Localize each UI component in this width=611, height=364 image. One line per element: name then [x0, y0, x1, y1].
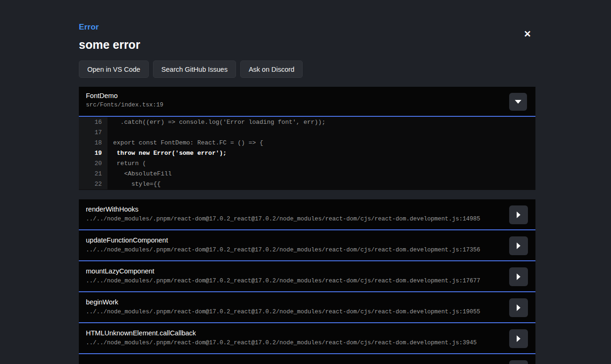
expand-frame-button[interactable]	[509, 329, 528, 348]
code-frame-function: FontDemo	[86, 92, 528, 99]
stack-frame-function: renderWithHooks	[86, 205, 503, 213]
line-code: throw new Error('some error');	[107, 148, 227, 159]
line-code	[107, 128, 113, 138]
stack-frame-renderwithhooks: renderWithHooks ../../node_modules/.pnpm…	[79, 199, 535, 230]
expand-frame-button[interactable]	[509, 360, 528, 364]
code-line: 22 style={{	[79, 179, 535, 190]
line-code: export const FontDemo: React.FC = () => …	[107, 138, 263, 148]
stack-frame-partial	[79, 354, 535, 364]
line-code: return (	[107, 159, 146, 169]
chevron-right-icon	[517, 212, 520, 218]
search-github-button[interactable]: Search GitHub Issues	[153, 61, 236, 78]
code-frame: FontDemo src/Fonts/index.tsx:19 16 .catc…	[79, 87, 535, 190]
chevron-right-icon	[517, 335, 520, 342]
code-line: 20 return (	[79, 159, 535, 169]
line-number: 21	[79, 169, 107, 179]
error-kicker: Error	[79, 23, 535, 32]
code-line: 18 export const FontDemo: React.FC = () …	[79, 138, 535, 148]
error-overlay: Error some error Open in VS Code Search …	[79, 0, 535, 364]
code-line: 21 <AbsoluteFill	[79, 169, 535, 179]
stack-frame-location: ../../node_modules/.pnpm/react-dom@17.0.…	[86, 340, 503, 346]
code-snippet: 16 .catch((err) => console.log('Error lo…	[79, 117, 535, 190]
expand-frame-button[interactable]	[509, 236, 528, 255]
stack-frame-function: beginWork	[86, 298, 503, 306]
open-vscode-button[interactable]: Open in VS Code	[79, 61, 149, 78]
line-number: 19	[79, 148, 107, 159]
line-number: 16	[79, 117, 107, 128]
stack-trace-list: renderWithHooks ../../node_modules/.pnpm…	[79, 199, 535, 364]
error-overlay-screen: ✕ Error some error Open in VS Code Searc…	[0, 0, 611, 364]
line-code: <AbsoluteFill	[107, 169, 172, 179]
code-frame-location: src/Fonts/index.tsx:19	[86, 102, 528, 108]
collapse-frame-button[interactable]	[509, 93, 527, 111]
line-number: 18	[79, 138, 107, 148]
line-code: style={{	[107, 179, 160, 190]
expand-frame-button[interactable]	[509, 205, 528, 224]
stack-frame-function: HTMLUnknownElement.callCallback	[86, 329, 503, 337]
ask-discord-button[interactable]: Ask on Discord	[240, 61, 303, 78]
stack-frame-location: ../../node_modules/.pnpm/react-dom@17.0.…	[86, 216, 503, 222]
chevron-right-icon	[517, 273, 520, 280]
expand-frame-button[interactable]	[509, 298, 528, 317]
stack-frame-location: ../../node_modules/.pnpm/react-dom@17.0.…	[86, 309, 503, 315]
chevron-down-icon	[515, 100, 521, 104]
stack-frame-mountlazycomponent: mountLazyComponent ../../node_modules/.p…	[79, 261, 535, 292]
line-code: .catch((err) => console.log('Error loadi…	[107, 117, 325, 128]
code-frame-header: FontDemo src/Fonts/index.tsx:19	[79, 87, 535, 117]
expand-frame-button[interactable]	[509, 267, 528, 286]
stack-frame-function: updateFunctionComponent	[86, 236, 503, 244]
line-number: 22	[79, 179, 107, 190]
stack-frame-updatefunctioncomponent: updateFunctionComponent ../../node_modul…	[79, 230, 535, 261]
stack-frame-callcallback: HTMLUnknownElement.callCallback ../../no…	[79, 323, 535, 354]
chevron-right-icon	[517, 304, 520, 311]
stack-frame-beginwork: beginWork ../../node_modules/.pnpm/react…	[79, 292, 535, 323]
action-bar: Open in VS Code Search GitHub Issues Ask…	[79, 61, 535, 78]
error-title: some error	[79, 38, 535, 52]
code-line-highlighted: 19 throw new Error('some error');	[79, 148, 535, 159]
stack-frame-location: ../../node_modules/.pnpm/react-dom@17.0.…	[86, 247, 503, 253]
chevron-right-icon	[517, 243, 520, 249]
line-number: 20	[79, 159, 107, 169]
line-number: 17	[79, 128, 107, 138]
stack-frame-location: ../../node_modules/.pnpm/react-dom@17.0.…	[86, 278, 503, 284]
code-line: 17	[79, 128, 535, 138]
code-line: 16 .catch((err) => console.log('Error lo…	[79, 117, 535, 128]
stack-frame-function: mountLazyComponent	[86, 267, 503, 275]
